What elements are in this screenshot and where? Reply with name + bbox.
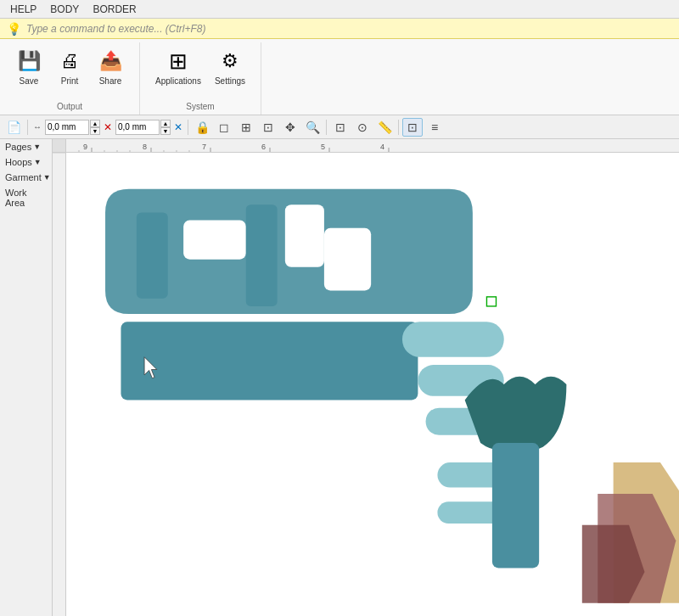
menu-body[interactable]: BODY [43,2,86,17]
y-spin-down[interactable]: ▼ [160,127,171,135]
svg-text:7: 7 [202,143,206,151]
toolbar-zoom-reset-btn[interactable]: ⊙ [352,118,373,137]
x-coord-input[interactable] [45,120,89,135]
print-icon: 🖨 [56,48,83,75]
ruler-v-svg [53,153,66,616]
inner-2 [246,204,278,306]
sidebar-item-garment[interactable]: Garment ▼ [0,170,52,185]
leaf-shape [465,377,567,451]
pages-label: Pages [5,142,31,152]
x-coord-group: ▲ ▼ [45,120,100,135]
block-bottom [121,322,418,400]
garment-arrow: ▼ [43,173,51,182]
toolbar-sep-2 [188,120,188,135]
workarea-label: Work Area [5,188,47,208]
svg-text:6: 6 [261,143,266,151]
capsule-1 [402,322,504,356]
garment-label: Garment [5,172,42,182]
content-row: Pages ▼ Hoops ▼ Garment ▼ Work Area 9 [0,139,679,616]
svg-text:9: 9 [83,143,87,151]
toolbar-select-btn[interactable]: ⊡ [258,118,278,137]
y-coord-group: ▲ ▼ [115,120,171,135]
toolbar-measure-btn[interactable]: 📏 [374,118,395,137]
print-label: Print [61,76,79,86]
ribbon-group-output: 💾 Save 🖨 Print 📤 Share Output [0,42,140,115]
toolbar-cursor-btn[interactable]: ⊡ [402,118,423,137]
toolbar-display-btn[interactable]: ≡ [424,118,445,137]
hoops-arrow: ▼ [34,158,42,166]
print-button[interactable]: 🖨 Print [49,44,90,89]
coord-icon-blue: ✕ [174,121,182,133]
toolbar-grid-btn[interactable]: ⊞ [236,118,256,137]
x-spinners: ▲ ▼ [90,120,100,135]
settings-label: Settings [215,76,245,86]
toolbar-row: 📄 ↔ ▲ ▼ ✕ ▲ ▼ ✕ 🔒 ◻ ⊞ ⊡ ✥ 🔍 ⊡ ⊙ [0,115,679,139]
x-spin-down[interactable]: ▼ [90,127,100,135]
app-container: HELP BODY BORDER 💡 Type a command to exe… [0,0,679,616]
system-group-label: System [140,102,261,111]
applications-button[interactable]: ⊞ Applications [149,44,208,89]
ruler-corner [53,139,66,153]
ruler-h-svg: 9 8 7 6 5 4 [66,139,679,153]
y-spinners: ▲ ▼ [160,120,171,135]
sidebar-item-workarea[interactable]: Work Area [0,185,52,210]
lock-icon-btn[interactable]: 🔒 [192,118,212,137]
toolbar-move-btn[interactable]: ✥ [280,118,300,137]
canvas-area[interactable]: 9 8 7 6 5 4 [53,139,679,616]
inner-1 [137,212,168,298]
pages-arrow: ▼ [33,143,41,151]
ruler-horizontal: 9 8 7 6 5 4 [66,139,679,153]
coord-label-x: ↔ [33,122,42,132]
applications-label: Applications [155,76,201,86]
toolbar-sep-4 [398,120,399,135]
share-button[interactable]: 📤 Share [90,44,131,89]
ribbon: 💾 Save 🖨 Print 📤 Share Output ⊞ Appli [0,39,679,115]
connector-v [492,443,539,568]
svg-text:5: 5 [321,143,325,151]
save-button[interactable]: 💾 Save [8,44,49,89]
settings-icon: ⚙ [216,48,244,75]
y-spin-up[interactable]: ▲ [160,120,171,127]
lightbulb-icon: 💡 [7,22,21,36]
left-sidebar: Pages ▼ Hoops ▼ Garment ▼ Work Area [0,139,53,616]
coord-icon-red: ✕ [104,121,112,133]
cutout-2 [285,204,324,267]
applications-icon: ⊞ [165,48,192,75]
toolbar-btn-1[interactable]: 📄 [3,118,24,137]
toolbar-zoom-in-btn[interactable]: 🔍 [302,118,323,137]
toolbar-view-btn[interactable]: ◻ [214,118,234,137]
toolbar-sep-3 [326,120,327,135]
selection-marker [486,297,496,306]
settings-button[interactable]: ⚙ Settings [208,44,252,89]
output-group-label: Output [0,102,139,111]
hoops-label: Hoops [5,157,32,167]
menu-border[interactable]: BORDER [86,2,143,17]
sidebar-item-hoops[interactable]: Hoops ▼ [0,154,52,170]
save-icon: 💾 [15,48,42,75]
share-icon: 📤 [97,48,124,75]
command-bar: 💡 Type a command to execute... (Ctrl+F8) [0,19,679,39]
embroidery-canvas [66,153,679,616]
menu-bar: HELP BODY BORDER [0,0,679,19]
cutout-1 [183,221,246,260]
ruler-vertical [53,153,66,616]
svg-text:8: 8 [143,143,147,151]
save-label: Save [20,76,39,86]
ribbon-group-system: ⊞ Applications ⚙ Settings System [140,42,261,115]
svg-text:4: 4 [380,143,384,151]
toolbar-sep-1 [27,120,28,135]
toolbar-zoom-fit-btn[interactable]: ⊡ [330,118,351,137]
x-spin-up[interactable]: ▲ [90,120,100,127]
command-bar-placeholder[interactable]: Type a command to execute... (Ctrl+F8) [26,23,206,35]
menu-help[interactable]: HELP [3,2,43,17]
design-group [105,189,679,603]
cutout-3 [324,228,371,291]
share-label: Share [99,76,122,86]
sidebar-item-pages[interactable]: Pages ▼ [0,139,52,154]
y-coord-input[interactable] [115,120,160,135]
